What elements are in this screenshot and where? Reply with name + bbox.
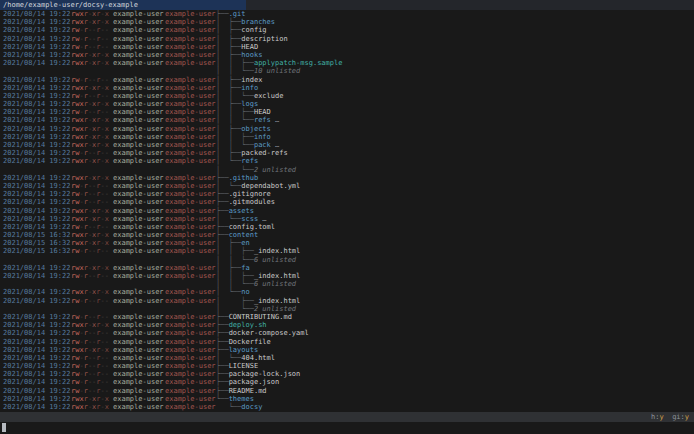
file-permissions: rw-r--r-- — [71, 313, 113, 321]
tree-row[interactable]: 2021/08/15 16:32rwxr-xr-xexample-userexa… — [0, 231, 694, 239]
file-date: 2021/08/14 19:22 — [3, 387, 71, 395]
search-input-line[interactable] — [0, 422, 694, 434]
file-group: example-user — [165, 207, 216, 215]
tree-row[interactable]: 2021/08/14 19:22rw-r--r--example-userexa… — [0, 387, 694, 395]
tree-row[interactable]: 2021/08/14 19:22rw-r--r--example-userexa… — [0, 354, 694, 362]
file-owner: example-user — [113, 338, 165, 346]
tree-row[interactable]: 2021/08/14 19:22rw-r--r--example-userexa… — [0, 370, 694, 378]
file-permissions: rwxr-xr-x — [71, 116, 113, 124]
tree-row[interactable]: │ │ └──6 unlisted — [0, 256, 694, 264]
tree-row[interactable]: 2021/08/14 19:22rwxr-xr-xexample-userexa… — [0, 51, 694, 59]
file-permissions: rwxr-xr-x — [71, 288, 113, 296]
tree-row[interactable]: 2021/08/14 19:22rwxr-xr-xexample-userexa… — [0, 395, 694, 403]
tree-branch: └── — [216, 395, 229, 403]
tree-row[interactable]: 2021/08/14 19:22rw-r--r--example-userexa… — [0, 223, 694, 231]
tree-row[interactable]: 2021/08/14 19:22rwxr-xr-xexample-userexa… — [0, 403, 694, 411]
text-cursor — [2, 423, 6, 432]
tree-row[interactable]: 2021/08/14 19:22rw-r--r--example-userexa… — [0, 313, 694, 321]
file-group — [165, 166, 216, 174]
tree-row[interactable]: 2021/08/14 19:22rw-r--r--example-userexa… — [0, 35, 694, 43]
file-permissions: rw-r--r-- — [71, 182, 113, 190]
tree-row[interactable]: 2021/08/14 19:22rw-r--r--example-userexa… — [0, 198, 694, 206]
node-name: refs — [241, 157, 258, 165]
tree-row[interactable]: 2021/08/14 19:22rw-r--r--example-userexa… — [0, 108, 694, 116]
file-group: example-user — [165, 223, 216, 231]
file-date: 2021/08/14 19:22 — [3, 149, 71, 157]
tree-row[interactable]: 2021/08/14 19:22rwxr-xr-xexample-userexa… — [0, 125, 694, 133]
tree-row[interactable]: 2021/08/15 16:32rwxr-xr-xexample-userexa… — [0, 239, 694, 247]
file-group: example-user — [165, 403, 216, 411]
tree-row[interactable]: │ │ └──10 unlisted — [0, 67, 694, 75]
tree-row[interactable]: 2021/08/14 19:22rwxr-xr-xexample-userexa… — [0, 100, 694, 108]
current-path[interactable]: /home/example-user/docsy-example — [0, 0, 246, 10]
tree: 2021/08/14 19:22rwxr-xr-xexample-userexa… — [0, 10, 694, 412]
tree-row[interactable]: 2021/08/14 19:22rw-r--r--example-userexa… — [0, 26, 694, 34]
tree-row[interactable]: 2021/08/14 19:22rwxr-xr-xexample-userexa… — [0, 157, 694, 165]
file-permissions: rw-r--r-- — [71, 26, 113, 34]
tree-row[interactable]: 2021/08/14 19:22rw-r--r--example-userexa… — [0, 338, 694, 346]
file-group: example-user — [165, 362, 216, 370]
file-owner: example-user — [113, 76, 165, 84]
tree-row[interactable]: 2021/08/14 19:22rwxr-xr-xexample-userexa… — [0, 10, 694, 18]
file-permissions: rwxr-xr-x — [71, 215, 113, 223]
tree-row[interactable]: 2021/08/14 19:22rw-r--r--example-userexa… — [0, 378, 694, 386]
tree-row[interactable]: 2021/08/14 19:22rwxr-xr-xexample-userexa… — [0, 174, 694, 182]
tree-row[interactable]: 2021/08/14 19:22rwxr-xr-xexample-userexa… — [0, 207, 694, 215]
file-owner: example-user — [113, 157, 165, 165]
tree-branch: │ └── — [216, 166, 254, 174]
tree-row[interactable]: 2021/08/14 19:22rw-r--r--example-userexa… — [0, 43, 694, 51]
tree-branch: │ └── — [216, 157, 241, 165]
file-group: example-user — [165, 76, 216, 84]
tree-row[interactable]: 2021/08/14 19:22rwxr-xr-xexample-userexa… — [0, 321, 694, 329]
node-name: README.md — [229, 387, 267, 395]
tree-row[interactable]: 2021/08/14 19:22rwxr-xr-xexample-userexa… — [0, 18, 694, 26]
file-date: 2021/08/14 19:22 — [3, 198, 71, 206]
node-name: description — [241, 35, 287, 43]
tree-row[interactable]: 2021/08/14 19:22rwxr-xr-xexample-userexa… — [0, 116, 694, 124]
file-group: example-user — [165, 108, 216, 116]
node-name: fa — [241, 264, 249, 272]
file-owner — [113, 67, 165, 75]
tree-branch: │ │ └── — [216, 67, 254, 75]
tree-row[interactable]: 2021/08/14 19:22rw-r--r--example-userexa… — [0, 92, 694, 100]
file-date: 2021/08/14 19:22 — [3, 182, 71, 190]
tree-row[interactable]: 2021/08/14 19:22rwxr-xr-xexample-userexa… — [0, 346, 694, 354]
tree-row[interactable]: 2021/08/14 19:22rw-r--r--example-userexa… — [0, 329, 694, 337]
file-date: 2021/08/14 19:22 — [3, 125, 71, 133]
tree-row[interactable]: 2021/08/14 19:22rwxr-xr-xexample-userexa… — [0, 141, 694, 149]
file-date: 2021/08/14 19:22 — [3, 51, 71, 59]
node-name: info — [254, 133, 271, 141]
tree-row[interactable]: 2021/08/14 19:22rwxr-xr-xexample-userexa… — [0, 215, 694, 223]
tree-row[interactable]: 2021/08/15 16:32rw-r--r--example-userexa… — [0, 247, 694, 255]
tree-branch: │ │ ├── — [216, 272, 254, 280]
file-group: example-user — [165, 239, 216, 247]
tree-row[interactable]: │ │ └──6 unlisted — [0, 280, 694, 288]
tree-row[interactable]: 2021/08/14 19:22rw-r--r--example-userexa… — [0, 362, 694, 370]
file-permissions: rw-r--r-- — [71, 354, 113, 362]
file-permissions: rwxr-xr-x — [71, 264, 113, 272]
tree-row[interactable]: 2021/08/14 19:22rw-r--r--example-userexa… — [0, 190, 694, 198]
node-name: deploy.sh — [229, 321, 267, 329]
tree-row[interactable]: 2021/08/14 19:22rw-r--r--example-userexa… — [0, 272, 694, 280]
tree-row[interactable]: 2021/08/14 19:22rwxr-xr-xexample-userexa… — [0, 84, 694, 92]
tree-row[interactable]: 2021/08/14 19:22rwxr-xr-xexample-userexa… — [0, 264, 694, 272]
file-owner: example-user — [113, 329, 165, 337]
node-name: scss — [241, 215, 258, 223]
tree-row[interactable]: 2021/08/14 19:22rwxr-xr-xexample-userexa… — [0, 288, 694, 296]
tree-row[interactable]: 2021/08/14 19:22rw-r--r--example-userexa… — [0, 76, 694, 84]
file-permissions: rwxr-xr-x — [71, 321, 113, 329]
tree-row[interactable]: 2021/08/14 19:22rwxr-xr-xexample-userexa… — [0, 59, 694, 67]
tree-row[interactable]: 2021/08/14 19:22rw-r--r--example-userexa… — [0, 182, 694, 190]
file-owner: example-user — [113, 141, 165, 149]
tree-row[interactable]: │ └──2 unlisted — [0, 305, 694, 313]
file-permissions: rwxr-xr-x — [71, 10, 113, 18]
file-date: 2021/08/14 19:22 — [3, 174, 71, 182]
node-name: 10 unlisted — [254, 67, 300, 75]
tree-row[interactable]: │ └──2 unlisted — [0, 166, 694, 174]
file-owner: example-user — [113, 182, 165, 190]
tree-row[interactable]: 2021/08/14 19:22rw-r--r--example-userexa… — [0, 149, 694, 157]
file-group: example-user — [165, 141, 216, 149]
tree-row[interactable]: 2021/08/14 19:22rw-r--r--example-userexa… — [0, 297, 694, 305]
tree-row[interactable]: 2021/08/14 19:22rwxr-xr-xexample-userexa… — [0, 133, 694, 141]
file-date — [3, 166, 71, 174]
